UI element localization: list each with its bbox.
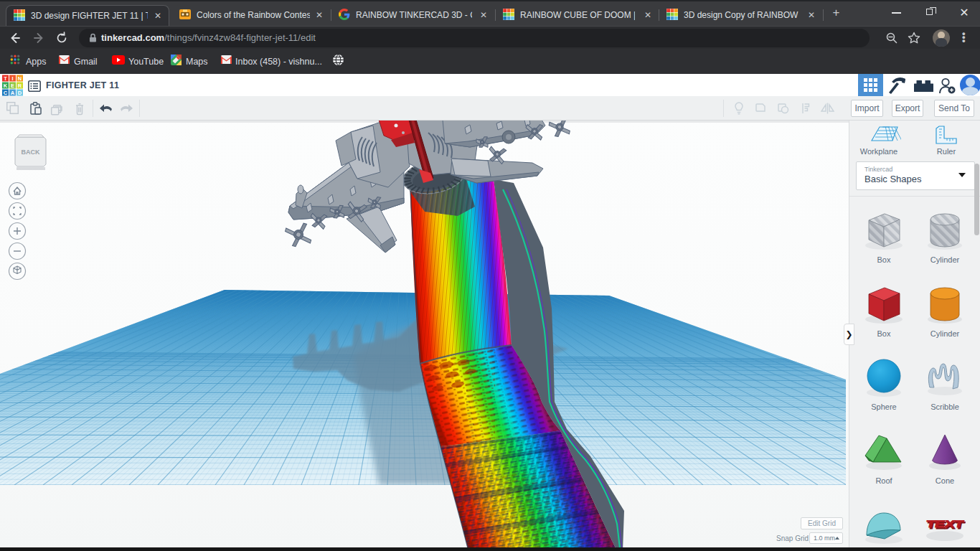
svg-text:TEXT: TEXT [925, 518, 964, 529]
svg-text:R: R [18, 83, 22, 89]
svg-text:C: C [4, 90, 8, 96]
svg-text:I: I [11, 75, 13, 82]
svg-text:T: T [4, 75, 7, 82]
svg-text:K: K [4, 83, 8, 89]
svg-text:A: A [11, 90, 15, 96]
svg-text:D: D [18, 90, 22, 96]
svg-text:N: N [18, 75, 22, 82]
svg-text:BACK: BACK [22, 149, 40, 156]
svg-text:E: E [11, 83, 14, 89]
